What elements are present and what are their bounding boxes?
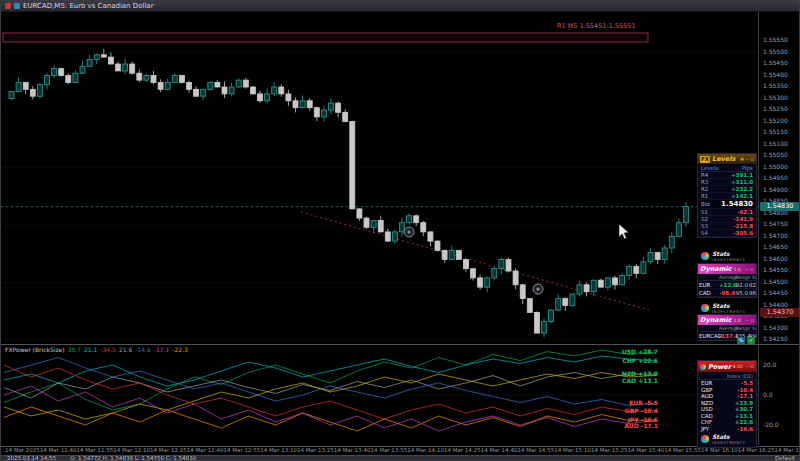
time-axis-label: 14 Mar 12:40: [187, 448, 224, 455]
time-axis-label: 14 Mar 15:55: [664, 448, 701, 455]
stats-investments-brand: Stats INVESTMENTS: [698, 432, 756, 447]
chart-title-bar[interactable]: EURCAD,M5: Euro vs Canadian Dollar: [1, 1, 799, 12]
main-chart-area[interactable]: R1 M5 1.55451-1.55551: [1, 12, 758, 343]
dynamic-value: +12.6: [719, 282, 735, 288]
current-price-badge: 1.54830: [760, 202, 800, 211]
currency-label: NZD: [701, 400, 713, 406]
time-axis[interactable]: 14 Mar 202514 Mar 11:4014 Mar 11:5514 Ma…: [1, 446, 800, 455]
fx-level-row-bid: Bid1.54830: [698, 200, 756, 209]
dynamic-column: Average: [719, 326, 735, 331]
dynamic-1-column-headers: AverageRange%: [698, 274, 756, 281]
chart-window-title: EURCAD,M5: Euro vs Canadian Dollar: [23, 3, 154, 10]
average-value: 92.0: [735, 282, 748, 288]
price-axis-label: 1.54300: [763, 325, 788, 331]
power-version: 4.02: [733, 364, 743, 369]
currency-strength-label: AUD -17.1: [624, 423, 658, 429]
power-panel: Power 4.02 – ▫ Index (D1) EUR-5.5GBP-10.…: [697, 360, 757, 448]
time-axis-label: 14 Mar 15:10: [554, 448, 591, 455]
dynamic-2-header[interactable]: Dynamic 1.0 – ▫: [698, 315, 756, 325]
indicator-label-part: 35.7: [68, 346, 81, 353]
price-axis-label: 1.55000: [763, 164, 788, 170]
currency-strength-label: GBP -10.4: [625, 408, 658, 414]
panel-minimize-icon[interactable]: –: [746, 364, 749, 369]
price-axis-label: 1.55550: [763, 37, 788, 43]
dynamic-2-column-headers: AverageRange%: [698, 325, 756, 332]
dynamic-column: Range: [735, 275, 748, 280]
level-label: R1: [701, 193, 708, 199]
panel-minimize-icon[interactable]: –: [746, 157, 749, 162]
status-profile[interactable]: Default: [775, 456, 795, 461]
time-axis-label: 14 Mar 14:55: [517, 448, 554, 455]
time-axis-label: 14 Mar 2025: [5, 448, 40, 455]
indicator-label-part: -34.5: [100, 346, 116, 353]
index-value: -5.5: [741, 380, 753, 386]
price-axis[interactable]: 1.54830 1.54370 1.555501.555001.554501.5…: [758, 12, 800, 343]
currency-label: CHF: [701, 419, 712, 425]
time-axis-label: 14 Mar 14:25: [444, 448, 481, 455]
level-label: S4: [701, 230, 708, 236]
status-bar: 2025.03.14 14:55 O: 1.54772 H: 1.54838 L…: [1, 455, 800, 461]
symbol-label: EUR: [699, 282, 719, 288]
fx-levels-header[interactable]: FX Levels ≡ – ▫: [698, 154, 756, 164]
level-price-badge: 1.54370: [760, 308, 800, 317]
panel-menu-icon[interactable]: ≡: [740, 157, 744, 162]
time-axis-label: 14 Mar 14:10: [407, 448, 444, 455]
indicator-axis-label: 20.0: [763, 362, 776, 368]
indicator-axis[interactable]: 20.00.0-20.0: [758, 344, 800, 445]
dynamic-1-version: 1.0: [734, 267, 741, 272]
stats-logo-icon: [701, 304, 709, 312]
time-axis-label: 14 Mar 14:40: [481, 448, 518, 455]
level-value: -305.6: [733, 230, 753, 236]
column-levels: Levels: [701, 165, 718, 170]
price-axis-label: 1.55150: [763, 129, 788, 135]
level-value: +311.0: [731, 179, 753, 185]
level-label: S2: [701, 216, 708, 222]
price-axis-label: 1.54700: [763, 233, 788, 239]
column-index-d1: Index (D1): [727, 373, 753, 378]
price-axis-label: 1.55200: [763, 118, 788, 124]
dynamic-panel-1: Dynamic 1.0 – ▫ AverageRange% EUR+12.692…: [697, 263, 757, 298]
dynamic-column: Average: [719, 275, 735, 280]
fxpower-subwindow[interactable]: FXPower (BrickSize)35.721.1-34.521.6-14.…: [1, 344, 758, 445]
power-header[interactable]: Power 4.02 – ▫: [698, 361, 756, 372]
r1-zone-label: R1 M5 1.55451-1.55551: [557, 23, 636, 30]
panel-close-icon[interactable]: ▫: [751, 267, 754, 272]
index-value: -10.4: [737, 387, 753, 393]
dynamic-1-title: Dynamic: [700, 265, 732, 273]
mt4-window: EURCAD,M5: Euro vs Canadian Dollar R1 M5…: [0, 0, 800, 461]
fx-level-row-s2: S2-141.9: [698, 216, 756, 223]
index-value: +13.9: [735, 400, 753, 406]
indicator-label-part: 21.6: [119, 346, 132, 353]
stats-logo-icon: [701, 435, 709, 443]
panel-minimize-icon[interactable]: –: [746, 267, 749, 272]
dynamic-1-header[interactable]: Dynamic 1.0 – ▫: [698, 264, 756, 274]
percent-toggle-button[interactable]: %: [737, 337, 745, 344]
time-axis-label: 14 Mar 13:40: [334, 448, 371, 455]
panel-close-icon[interactable]: ▫: [751, 364, 754, 369]
price-axis-label: 1.54600: [763, 256, 788, 262]
power-column-header: Index (D1): [698, 372, 756, 380]
fx-level-row-r4: R4+391.1: [698, 172, 756, 179]
time-axis-label: 14 Mar 12:25: [150, 448, 187, 455]
currency-label: EUR: [701, 380, 712, 386]
panel-minimize-icon[interactable]: –: [746, 318, 749, 323]
range-percent: 96: [748, 290, 756, 296]
time-axis-label: 14 Mar 16:40: [775, 448, 800, 455]
chart-icon: [5, 3, 11, 9]
dynamic-2-version: 1.0: [734, 318, 741, 323]
price-axis-label: 1.54500: [763, 279, 788, 285]
level-label: Bid: [701, 201, 710, 207]
indicator-label-part: -17.1: [154, 346, 170, 353]
currency-strength-label: USD +28.7: [622, 349, 658, 355]
fx-level-row-r1: R1+142.1: [698, 193, 756, 200]
fx-level-row-s3: S3-215.8: [698, 223, 756, 230]
indicator-label-part: FXPower (BrickSize): [5, 346, 65, 353]
brand-sub: INVESTMENTS: [712, 441, 746, 445]
panel-close-icon[interactable]: ▫: [751, 157, 754, 162]
time-axis-label: 14 Mar 15:40: [628, 448, 665, 455]
panel-close-icon[interactable]: ▫: [751, 318, 754, 323]
time-axis-label: 14 Mar 13:55: [370, 448, 407, 455]
candlestick-canvas[interactable]: [1, 12, 758, 343]
index-value: +13.1: [735, 413, 753, 419]
confirm-toggle-button[interactable]: ✓: [747, 337, 755, 344]
